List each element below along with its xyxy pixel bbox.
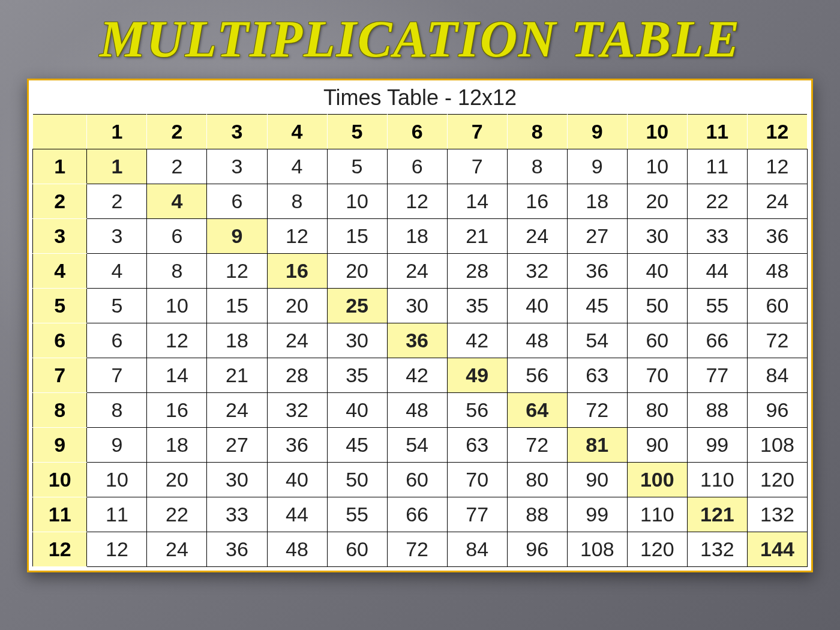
value-cell: 96 (747, 392, 807, 427)
column-header-row: 1 2 3 4 5 6 7 8 9 10 11 12 (33, 114, 808, 149)
value-cell: 8 (87, 392, 147, 427)
value-cell: 8 (267, 184, 327, 218)
value-cell: 18 (567, 184, 627, 218)
value-cell: 12 (207, 253, 267, 288)
value-cell: 36 (567, 253, 627, 288)
value-cell: 20 (267, 288, 327, 323)
col-header: 5 (327, 114, 387, 149)
value-cell: 24 (267, 323, 327, 358)
value-cell: 7 (447, 149, 507, 184)
table-row: 224681012141618202224 (33, 184, 808, 218)
value-cell: 108 (567, 532, 627, 566)
col-header: 11 (687, 114, 747, 149)
row-header: 5 (33, 288, 87, 323)
value-cell: 120 (747, 462, 807, 497)
col-header: 9 (567, 114, 627, 149)
col-header: 8 (507, 114, 567, 149)
value-cell: 48 (747, 253, 807, 288)
value-cell: 72 (567, 392, 627, 427)
value-cell: 12 (267, 218, 327, 253)
table-row: 44812162024283236404448 (33, 253, 808, 288)
value-cell: 33 (687, 218, 747, 253)
row-header: 2 (33, 184, 87, 218)
value-cell: 77 (687, 358, 747, 392)
value-cell: 21 (207, 358, 267, 392)
value-cell: 3 (87, 218, 147, 253)
value-cell: 21 (447, 218, 507, 253)
diagonal-cell: 16 (267, 253, 327, 288)
col-header: 12 (747, 114, 807, 149)
value-cell: 12 (87, 532, 147, 566)
value-cell: 70 (627, 358, 687, 392)
value-cell: 16 (147, 392, 207, 427)
col-header: 6 (387, 114, 447, 149)
value-cell: 5 (327, 149, 387, 184)
value-cell: 96 (507, 532, 567, 566)
value-cell: 12 (387, 184, 447, 218)
value-cell: 18 (387, 218, 447, 253)
value-cell: 42 (387, 358, 447, 392)
col-header: 3 (207, 114, 267, 149)
diagonal-cell: 144 (747, 532, 807, 566)
diagonal-cell: 64 (507, 392, 567, 427)
value-cell: 80 (507, 462, 567, 497)
value-cell: 90 (567, 462, 627, 497)
value-cell: 72 (747, 323, 807, 358)
value-cell: 48 (507, 323, 567, 358)
value-cell: 27 (207, 427, 267, 462)
value-cell: 5 (87, 288, 147, 323)
value-cell: 63 (567, 358, 627, 392)
diagonal-cell: 1 (87, 149, 147, 184)
value-cell: 110 (687, 462, 747, 497)
value-cell: 2 (147, 149, 207, 184)
value-cell: 24 (147, 532, 207, 566)
value-cell: 44 (687, 253, 747, 288)
diagonal-cell: 4 (147, 184, 207, 218)
diagonal-cell: 81 (567, 427, 627, 462)
value-cell: 132 (687, 532, 747, 566)
value-cell: 40 (327, 392, 387, 427)
value-cell: 28 (447, 253, 507, 288)
table-row: 10102030405060708090100110120 (33, 462, 808, 497)
value-cell: 99 (567, 497, 627, 532)
multiplication-table: 1 2 3 4 5 6 7 8 9 10 11 12 1123456789101… (32, 114, 808, 567)
value-cell: 14 (447, 184, 507, 218)
value-cell: 77 (447, 497, 507, 532)
table-subtitle: Times Table - 12x12 (32, 84, 808, 114)
value-cell: 3 (207, 149, 267, 184)
value-cell: 7 (87, 358, 147, 392)
value-cell: 36 (207, 532, 267, 566)
value-cell: 28 (267, 358, 327, 392)
value-cell: 66 (387, 497, 447, 532)
value-cell: 22 (687, 184, 747, 218)
value-cell: 48 (387, 392, 447, 427)
value-cell: 40 (267, 462, 327, 497)
diagonal-cell: 49 (447, 358, 507, 392)
value-cell: 50 (627, 288, 687, 323)
value-cell: 12 (747, 149, 807, 184)
table-row: 661218243036424854606672 (33, 323, 808, 358)
diagonal-cell: 25 (327, 288, 387, 323)
value-cell: 9 (567, 149, 627, 184)
col-header: 4 (267, 114, 327, 149)
value-cell: 90 (627, 427, 687, 462)
table-row: 881624324048566472808896 (33, 392, 808, 427)
value-cell: 63 (447, 427, 507, 462)
diagonal-cell: 100 (627, 462, 687, 497)
value-cell: 40 (627, 253, 687, 288)
value-cell: 32 (267, 392, 327, 427)
value-cell: 16 (507, 184, 567, 218)
col-header: 10 (627, 114, 687, 149)
value-cell: 60 (747, 288, 807, 323)
value-cell: 48 (267, 532, 327, 566)
value-cell: 10 (327, 184, 387, 218)
value-cell: 60 (387, 462, 447, 497)
value-cell: 36 (267, 427, 327, 462)
value-cell: 84 (447, 532, 507, 566)
value-cell: 108 (747, 427, 807, 462)
row-header: 4 (33, 253, 87, 288)
value-cell: 88 (507, 497, 567, 532)
slide: MULTIPLICATION TABLE Times Table - 12x12… (0, 0, 840, 630)
value-cell: 30 (387, 288, 447, 323)
value-cell: 8 (507, 149, 567, 184)
